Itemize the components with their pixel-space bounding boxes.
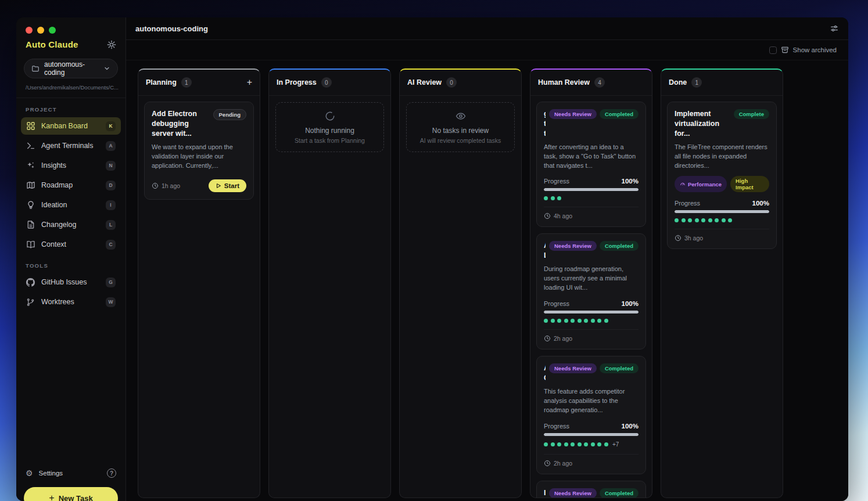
task-time: 4h ago — [554, 212, 572, 219]
extra-dots-count: +7 — [612, 441, 619, 448]
high-impact-tag: High Impact — [730, 176, 769, 192]
completed-badge: Completed — [600, 241, 639, 251]
project-selector-value: autonomous-coding — [44, 60, 99, 77]
help-icon[interactable]: ? — [107, 468, 116, 478]
sparkles-icon — [26, 161, 35, 170]
task-card-planning[interactable]: Add Electron debugging server wit... Pen… — [144, 102, 254, 200]
column-title: Done — [669, 78, 687, 86]
gear-icon: ⚙ — [26, 469, 33, 477]
column-in-progress: In Progress 0 Nothing running Start a ta… — [268, 69, 391, 498]
sidebar-item-changelog[interactable]: Changelog L — [21, 216, 121, 233]
column-count-badge: 0 — [446, 77, 457, 88]
settings-button[interactable]: Settings — [39, 470, 63, 477]
task-description: During roadmap generation, users current… — [544, 265, 639, 293]
progress-bar — [544, 433, 639, 436]
needs-review-badge: Needs Review — [549, 363, 597, 373]
project-section-label: PROJECT — [16, 98, 125, 116]
chevron-down-icon — [103, 65, 110, 72]
progress-label: Progress — [544, 423, 569, 430]
progress-label: Progress — [675, 200, 700, 207]
column-title: In Progress — [277, 78, 317, 86]
new-task-label: New Task — [59, 494, 93, 501]
column-title: Planning — [146, 78, 177, 86]
sidebar-item-context[interactable]: Context C — [21, 236, 121, 253]
task-card-done[interactable]: Implement virtualization for... Complete… — [667, 102, 777, 249]
sidebar-item-label: Roadmap — [41, 181, 100, 189]
maximize-window-button[interactable] — [49, 27, 56, 34]
eye-icon — [455, 111, 466, 121]
sidebar-item-label: Changelog — [41, 221, 100, 229]
close-window-button[interactable] — [26, 27, 33, 34]
project-selector[interactable]: autonomous-coding — [24, 59, 118, 78]
task-description: This feature adds competitor analysis ca… — [544, 387, 639, 415]
show-archived-label[interactable]: Show archived — [793, 46, 837, 53]
column-ai-review: AI Review 0 No tasks in review AI will r… — [399, 69, 522, 498]
shortcut-badge: G — [106, 277, 116, 287]
clock-icon — [152, 182, 159, 189]
task-time: 1h ago — [162, 182, 180, 189]
sidebar-item-agent-terminals[interactable]: Agent Terminals A — [21, 137, 121, 154]
task-title: Implement virtualization for... — [675, 109, 730, 139]
task-card[interactable]: go-to-task-... Needs Review Completed Af… — [536, 102, 646, 227]
sidebar: Auto Claude autonomous-coding /Users/and… — [16, 17, 126, 501]
theme-toggle-sun-icon[interactable] — [107, 40, 116, 49]
main-header: autonomous-coding — [126, 17, 848, 40]
task-title: Implement Roadm... — [544, 488, 546, 498]
needs-review-badge: Needs Review — [549, 241, 597, 251]
task-description: After converting an idea to a task, show… — [544, 143, 639, 171]
sidebar-item-insights[interactable]: Insights N — [21, 157, 121, 174]
empty-state-ai-review: No tasks in review AI will review comple… — [406, 102, 515, 152]
sidebar-item-label: Worktrees — [41, 298, 100, 306]
clock-icon — [544, 335, 551, 342]
gauge-icon — [680, 181, 686, 187]
shortcut-badge: C — [106, 240, 116, 250]
column-count-badge: 1 — [181, 77, 192, 88]
archive-icon — [781, 46, 789, 54]
task-card[interactable]: Add Loadin... Needs Review Completed Dur… — [536, 233, 646, 349]
sidebar-item-github-issues[interactable]: GitHub Issues G — [21, 273, 121, 291]
tools-section-label: TOOLS — [16, 254, 125, 272]
subtask-dots: +7 — [544, 441, 639, 448]
page-title: autonomous-coding — [135, 24, 208, 33]
start-task-button[interactable]: Start — [209, 179, 246, 192]
minimize-window-button[interactable] — [37, 27, 44, 34]
shortcut-badge: A — [106, 141, 116, 151]
sidebar-item-worktrees[interactable]: Worktrees W — [21, 293, 121, 311]
task-card[interactable]: Implement Roadm... Needs Review Complete… — [536, 481, 646, 498]
github-icon — [26, 278, 35, 287]
add-task-icon[interactable]: + — [247, 78, 252, 87]
column-planning: Planning 1 + Add Electron debugging serv… — [138, 69, 260, 498]
folder-icon — [31, 64, 40, 73]
task-card[interactable]: Add Comp... Needs Review Completed This … — [536, 356, 646, 474]
subtask-dots — [544, 319, 639, 323]
app-window: Auto Claude autonomous-coding /Users/and… — [16, 17, 848, 501]
sidebar-item-kanban-board[interactable]: Kanban Board K — [21, 117, 121, 135]
completed-badge: Completed — [600, 363, 639, 373]
shortcut-badge: K — [106, 121, 116, 131]
column-count-badge: 0 — [321, 77, 332, 88]
play-icon — [216, 183, 221, 189]
empty-title: No tasks in review — [432, 127, 489, 135]
sliders-icon[interactable] — [830, 24, 839, 33]
board-toolbar: Show archived — [126, 40, 848, 60]
progress-bar — [675, 210, 769, 213]
sidebar-item-label: Context — [41, 240, 100, 248]
sidebar-item-label: Insights — [41, 161, 100, 170]
sidebar-item-roadmap[interactable]: Roadmap D — [21, 176, 121, 194]
progress-value: 100% — [622, 178, 639, 185]
progress-bar — [544, 311, 639, 313]
task-time: 2h ago — [554, 460, 572, 467]
performance-tag: Performance — [675, 176, 727, 192]
column-title: AI Review — [407, 78, 442, 86]
sidebar-item-ideation[interactable]: Ideation I — [21, 196, 121, 214]
task-title: Add Loadin... — [544, 241, 546, 261]
progress-bar — [544, 188, 639, 191]
shortcut-badge: L — [106, 220, 116, 230]
status-badge: Pending — [213, 109, 246, 120]
new-task-button[interactable]: + New Task — [24, 487, 118, 501]
shortcut-badge: D — [106, 181, 116, 190]
clock-icon — [544, 460, 551, 467]
show-archived-checkbox[interactable] — [769, 46, 777, 54]
progress-value: 100% — [622, 300, 639, 307]
column-count-badge: 1 — [691, 77, 702, 88]
